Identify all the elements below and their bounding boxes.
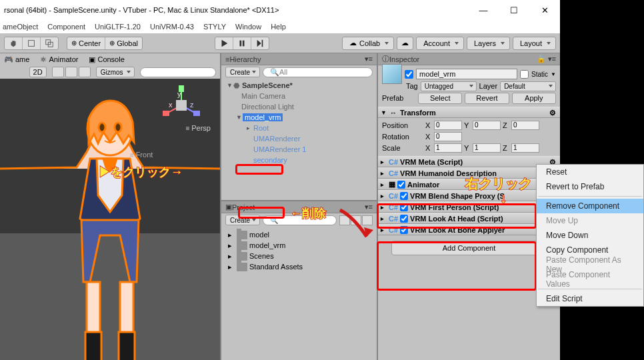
hierarchy-item[interactable]: UMARenderer 1 [221, 144, 377, 155]
prefab-revert-button[interactable]: Revert [465, 93, 509, 104]
layer-label: Layer [479, 82, 498, 90]
layers-dropdown[interactable]: Layers [467, 37, 510, 50]
tag-dropdown[interactable]: Untagged [421, 81, 477, 91]
component-vrm-lookathead[interactable]: ▸C#VRM Look At Head (Script) [378, 213, 560, 224]
project-search[interactable]: 🔍 [263, 215, 337, 225]
lighting-toggle[interactable] [52, 67, 64, 77]
project-folder[interactable]: ▸Standard Assets [221, 261, 377, 272]
filter-button[interactable] [339, 215, 350, 225]
svg-rect-18 [193, 111, 200, 116]
svg-rect-5 [262, 39, 263, 47]
position-x-field[interactable] [434, 121, 462, 130]
hierarchy-tree[interactable]: ▼⬣SampleScene* Main Camera Directional L… [221, 79, 377, 200]
add-component-button[interactable]: Add Component [391, 241, 547, 255]
project-folder[interactable]: ▸model_vrm [221, 240, 377, 251]
minimize-button[interactable]: — [468, 0, 499, 20]
2d-toggle[interactable]: 2D [29, 67, 47, 77]
tab-game[interactable]: 🎮ame [4, 55, 29, 64]
hierarchy-options-button[interactable]: ▾≡ [365, 55, 373, 63]
combined-tool-button[interactable] [41, 37, 58, 49]
tab-animator[interactable]: ⚛Animator [40, 55, 78, 64]
project-panel: ▣ Project ▾≡ Create 🔍 ▸model ▸model_vrm … [221, 200, 377, 360]
close-button[interactable]: ✕ [529, 0, 560, 20]
prefab-label: Prefab [382, 94, 415, 102]
hierarchy-create-button[interactable]: Create [225, 67, 260, 77]
context-remove-component[interactable]: Remove Component [537, 199, 643, 213]
position-y-field[interactable] [473, 121, 501, 130]
folder-icon [237, 252, 247, 261]
maximize-button[interactable]: ☐ [499, 0, 529, 20]
context-move-down[interactable]: Move Down [537, 228, 643, 243]
step-button[interactable] [251, 37, 269, 49]
account-dropdown[interactable]: Account [416, 37, 464, 50]
hierarchy-item-selected[interactable]: ▼model_vrm [221, 112, 377, 123]
context-revert-prefab[interactable]: Revert to Prefab [537, 179, 643, 194]
project-create-button[interactable]: Create [225, 215, 260, 225]
transform-component-header[interactable]: ▼↔ Transform ⚙ [378, 107, 560, 118]
component-vrm-humanoid[interactable]: ▸C#VRM Humanoid Description [378, 167, 560, 179]
scene-search[interactable] [140, 67, 216, 77]
layout-dropdown[interactable]: Layout [513, 37, 556, 50]
context-move-up: Move Up [537, 213, 643, 228]
orientation-gizmo[interactable]: y x z [161, 85, 201, 125]
pause-button[interactable] [233, 37, 251, 49]
tab-console[interactable]: ▣Console [89, 55, 124, 64]
gizmos-dropdown[interactable]: Gizmos [96, 67, 135, 77]
viewport-toolbar: a 2D Gizmos [0, 65, 220, 79]
gameobject-active-toggle[interactable] [405, 70, 413, 79]
svg-rect-17 [163, 111, 169, 116]
context-reset[interactable]: Reset [537, 165, 643, 179]
play-button[interactable] [215, 37, 233, 49]
rotation-x-field[interactable] [434, 132, 462, 141]
component-vrm-blendshape[interactable]: ▸C#VRM Blend Shape Proxy (S [378, 190, 560, 201]
hierarchy-item[interactable]: UMARenderer [221, 133, 377, 144]
context-edit-script[interactable]: Edit Script [537, 291, 643, 306]
inspector-header: ⓘ Inspector 🔒 ▾≡ [378, 53, 560, 65]
component-animator[interactable]: ▸▦Animator [378, 179, 560, 190]
component-vrm-meta[interactable]: ▸C#VRM Meta (Script)⚙ [378, 156, 560, 167]
pivot-center-button[interactable]: ⊕ Center [67, 37, 105, 49]
inspector-options-button[interactable]: 🔒 ▾≡ [537, 55, 556, 63]
pivot-global-button[interactable]: ⊕ Global [105, 37, 142, 49]
gameobject-icon[interactable] [382, 64, 402, 84]
filter-button[interactable] [351, 215, 361, 225]
hierarchy-item[interactable]: Main Camera [221, 91, 377, 101]
project-folder[interactable]: ▸model [221, 229, 377, 240]
scene-view[interactable]: y x z ≡ Persp ≡ Front [0, 79, 220, 360]
scene-row[interactable]: ▼⬣SampleScene* [221, 80, 377, 91]
hand-tool-button[interactable] [5, 37, 23, 49]
cloud-button[interactable]: ☁ [397, 37, 413, 49]
scale-x-field[interactable] [434, 143, 462, 153]
audio-toggle[interactable] [65, 67, 77, 77]
prefab-apply-button[interactable]: Apply [512, 93, 556, 104]
project-folder[interactable]: ▸Scenes [221, 251, 377, 261]
play-controls [215, 37, 269, 50]
prefab-select-button[interactable]: Select [418, 93, 462, 104]
fx-toggle[interactable] [79, 67, 91, 77]
menu-univrm[interactable]: UniVRM-0.43 [150, 23, 194, 31]
menu-unigltf[interactable]: UniGLTF-1.20 [95, 23, 141, 31]
menu-gameobject[interactable]: ameObject [3, 23, 38, 31]
scale-y-field[interactable] [473, 143, 501, 153]
layer-dropdown[interactable]: Default [500, 81, 556, 91]
filter-button[interactable] [362, 215, 373, 225]
hierarchy-item[interactable]: Directional Light [221, 101, 377, 112]
component-vrm-lookatbone[interactable]: ▸C#VRM Look At Bone Applyer [378, 224, 560, 235]
hierarchy-item-secondary[interactable]: secondary [221, 155, 377, 165]
static-checkbox[interactable] [520, 70, 529, 79]
menu-help[interactable]: Help [271, 23, 286, 31]
menu-component[interactable]: Component [47, 23, 85, 31]
project-options-button[interactable]: ▾≡ [365, 203, 373, 211]
scale-z-field[interactable] [511, 143, 539, 153]
project-tree[interactable]: ▸model ▸model_vrm ▸Scenes ▸Standard Asse… [221, 227, 377, 360]
component-gear-icon[interactable]: ⚙ [549, 109, 557, 117]
collab-dropdown[interactable]: ☁Collab [342, 37, 394, 50]
component-vrm-firstperson[interactable]: ▸C#VRM First Person (Script) [378, 201, 560, 213]
menu-window[interactable]: Window [235, 23, 261, 31]
hierarchy-item[interactable]: ▸Root [221, 123, 377, 133]
position-z-field[interactable] [511, 121, 539, 130]
rect-tool-button[interactable] [23, 37, 41, 49]
gameobject-name-field[interactable] [416, 69, 517, 79]
hierarchy-search[interactable]: 🔍All [263, 67, 373, 77]
menu-styly[interactable]: STYLY [203, 23, 226, 31]
